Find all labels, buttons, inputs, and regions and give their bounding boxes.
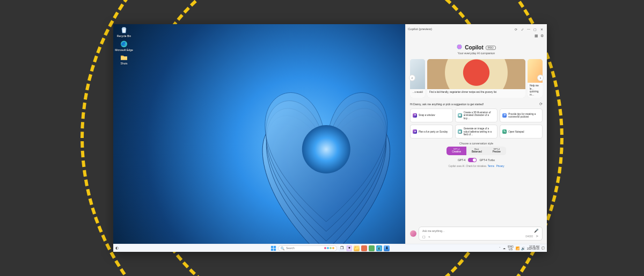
wifi-icon: 📶 (516, 246, 519, 250)
wallpaper-bloom (113, 24, 405, 244)
start-button[interactable] (270, 245, 276, 251)
windows-screen: Recycle Bin Microsoft Edge Shots Copilot… (113, 24, 547, 252)
refresh-window-icon[interactable]: ⟳ (513, 27, 519, 31)
copilot-brand: Copilot (465, 45, 483, 50)
recycle-bin-label: Recycle Bin (114, 35, 134, 38)
image-icon: ▣ (458, 129, 462, 134)
edge-taskbar-icon[interactable]: e (376, 245, 382, 251)
privacy-link[interactable]: Privacy (496, 165, 504, 168)
idea-icon: ☀ (502, 113, 507, 118)
attach-image-icon[interactable]: ▢ (422, 235, 426, 238)
copilot-logo-row: Copilot PRO (457, 45, 495, 50)
taskbar-search-placeholder: Search (286, 246, 323, 250)
style-precise[interactable]: GPT-4 Precise (487, 147, 506, 155)
image-icon: ▣ (458, 113, 462, 118)
edge-shortcut-label: Microsoft Edge (114, 49, 134, 52)
volume-icon: 🔊 (521, 246, 525, 250)
strip-next-icon[interactable]: › (537, 75, 544, 81)
strip-card-1[interactable]: Find a kid-friendly, vegetarian dinner r… (427, 59, 525, 98)
maximize-icon[interactable]: ▢ (532, 27, 538, 31)
copilot-toolbar: ▦ ⚙ (406, 34, 547, 40)
suggestion-1-text: Create a 3D illustration of animated cha… (464, 111, 495, 120)
store-icon[interactable]: ⬇ (384, 245, 390, 251)
suggestion-3[interactable]: ✦ Plan a fun party on Sunday (410, 125, 453, 139)
model-toggle-row: GPT-4 GPT-4 Turbo (458, 158, 495, 162)
send-icon[interactable]: ➤ (536, 234, 539, 238)
taskbar: ◐ 🔍 Search ❐ ✦ 📁 e ⬇ ˄ ☁ (113, 244, 547, 252)
minimize-icon[interactable]: — (525, 27, 532, 31)
suggestion-3-text: Plan a fun party on Sunday (419, 130, 448, 133)
style-balanced[interactable]: Best Balanced (466, 147, 487, 155)
pinned-app-1-icon[interactable] (361, 245, 367, 251)
style-selector: GPT-4 Creative Best Balanced GPT-4 Preci… (447, 147, 506, 155)
copilot-disclaimer: Copilot uses AI. Check for mistakes. Ter… (449, 165, 504, 168)
folder-shortcut-icon[interactable]: Shots (114, 53, 134, 66)
attach-file-icon[interactable]: ⌁ (428, 235, 430, 238)
taskbar-search[interactable]: 🔍 Search (278, 245, 337, 251)
strip-card-0-caption: …s would (410, 89, 425, 98)
desktop-icons: Recycle Bin Microsoft Edge Shots (114, 26, 134, 67)
sparkle-icon: ✦ (413, 113, 417, 118)
choose-style-label: Choose a conversation style (459, 142, 493, 145)
tray-overflow-icon[interactable]: ˄ (499, 246, 501, 250)
plugins-icon[interactable]: ▦ (535, 34, 538, 40)
svg-point-0 (302, 125, 350, 173)
pin-window-icon[interactable]: ⤢ (519, 27, 525, 31)
sparkle-icon: ✦ (413, 129, 417, 134)
suggestion-grid: ✦ Snap a window ▣ Create a 3D illustrati… (410, 108, 543, 139)
mic-icon[interactable]: 🎤 (534, 229, 539, 233)
copilot-greeting: Hi Danny, ask me anything or pick a sugg… (410, 103, 539, 106)
suggestion-5-text: Open Notepad (508, 130, 524, 133)
svg-rect-2 (271, 245, 273, 248)
edge-shortcut-icon[interactable]: Microsoft Edge (114, 40, 134, 52)
onedrive-icon[interactable]: ☁ (503, 246, 506, 250)
copilot-logo-icon (457, 45, 463, 50)
suggestion-4-text: Generate an image of a robot ballerina t… (464, 127, 495, 136)
note-icon: ✎ (502, 129, 507, 134)
notifications-icon[interactable]: 💬 (541, 246, 545, 250)
suggestion-5[interactable]: ✎ Open Notepad (500, 125, 543, 139)
close-icon[interactable]: ✕ (538, 27, 545, 31)
pinned-app-2-icon[interactable] (369, 245, 375, 251)
folder-shortcut-label: Shots (114, 62, 134, 66)
suggestion-2-text: Provide tips for creating a successful p… (508, 113, 540, 119)
model-left-label: GPT-4 (458, 158, 465, 162)
svg-rect-3 (274, 245, 276, 248)
char-counter: 0/4000 (525, 235, 533, 238)
suggestion-4[interactable]: ▣ Generate an image of a robot ballerina… (455, 125, 498, 139)
task-view-icon[interactable]: ❐ (339, 245, 345, 251)
settings-icon[interactable]: ⚙ (540, 34, 544, 40)
user-avatar[interactable] (410, 230, 416, 237)
suggestion-1[interactable]: ▣ Create a 3D illustration of animated c… (455, 108, 498, 122)
copilot-pro-badge: PRO (486, 46, 496, 50)
copilot-pane: Copilot (preview) ⟳ ⤢ — ▢ ✕ ▦ ⚙ Copilot (405, 24, 547, 244)
strip-card-2-caption: Help me le… quizzing m… (528, 83, 543, 98)
terms-link[interactable]: Terms (488, 165, 494, 168)
taskbar-clock[interactable]: 10:30 AM 2024-08-05 (527, 246, 539, 251)
search-icon: 🔍 (281, 246, 284, 250)
desktop-wallpaper[interactable]: Recycle Bin Microsoft Edge Shots (113, 24, 405, 244)
file-explorer-icon[interactable]: 📁 (354, 245, 360, 251)
system-tray[interactable]: 📶 🔊 (516, 246, 525, 250)
svg-rect-5 (274, 248, 276, 250)
strip-card-1-caption: Find a kid-friendly, vegetarian dinner r… (427, 89, 525, 98)
svg-rect-4 (271, 248, 273, 250)
suggestion-0-text: Snap a window (419, 114, 435, 117)
copilot-taskbar-icon[interactable]: ✦ (346, 245, 352, 251)
copilot-window-title: Copilot (preview) (408, 27, 432, 31)
strip-prev-icon[interactable]: ‹ (409, 75, 415, 81)
chat-input-box[interactable]: 🎤 ▢ ⌁ 0/4000 ➤ (419, 227, 543, 241)
suggestion-card-strip: ‹ › …s would Find a kid-friendly, vegeta… (410, 59, 543, 98)
style-creative[interactable]: GPT-4 Creative (447, 147, 466, 155)
suggestions-refresh-icon[interactable]: ⟳ (539, 102, 543, 106)
copilot-titlebar: Copilot (preview) ⟳ ⤢ — ▢ ✕ (406, 24, 547, 34)
model-toggle[interactable] (468, 158, 477, 162)
widgets-icon[interactable]: ◐ (115, 246, 119, 250)
suggestion-2[interactable]: ☀ Provide tips for creating a successful… (500, 108, 543, 122)
recycle-bin-icon[interactable]: Recycle Bin (114, 26, 134, 38)
model-right-label: GPT-4 Turbo (479, 158, 495, 162)
search-highlights (324, 247, 334, 249)
suggestion-0[interactable]: ✦ Snap a window (410, 108, 453, 122)
chat-input[interactable] (422, 229, 534, 233)
language-indicator[interactable]: ENG US (508, 245, 514, 251)
